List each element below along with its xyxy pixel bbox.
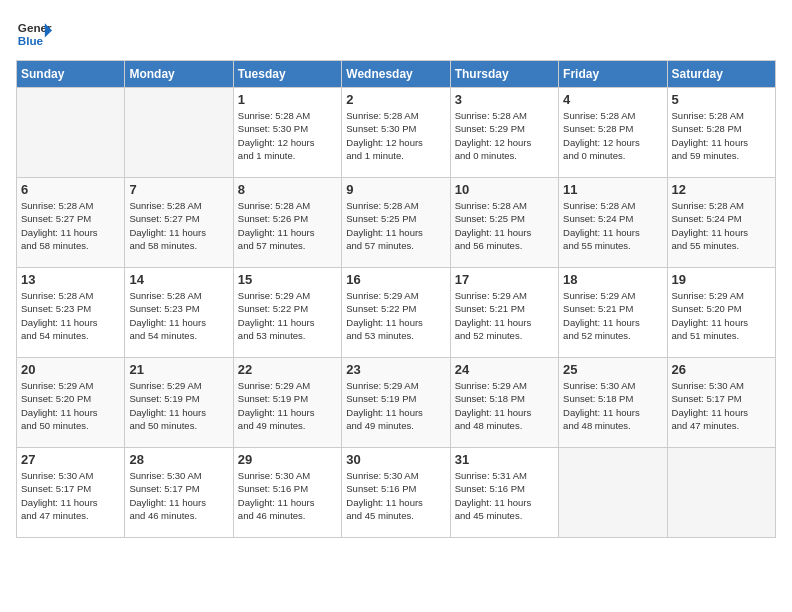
day-number: 10 xyxy=(455,182,554,197)
day-number: 6 xyxy=(21,182,120,197)
calendar-cell: 7Sunrise: 5:28 AM Sunset: 5:27 PM Daylig… xyxy=(125,178,233,268)
day-info: Sunrise: 5:28 AM Sunset: 5:24 PM Dayligh… xyxy=(563,199,662,252)
day-number: 5 xyxy=(672,92,771,107)
day-number: 28 xyxy=(129,452,228,467)
day-number: 11 xyxy=(563,182,662,197)
column-header-wednesday: Wednesday xyxy=(342,61,450,88)
column-header-sunday: Sunday xyxy=(17,61,125,88)
day-number: 1 xyxy=(238,92,337,107)
day-number: 15 xyxy=(238,272,337,287)
calendar-cell: 9Sunrise: 5:28 AM Sunset: 5:25 PM Daylig… xyxy=(342,178,450,268)
day-info: Sunrise: 5:30 AM Sunset: 5:16 PM Dayligh… xyxy=(346,469,445,522)
day-info: Sunrise: 5:29 AM Sunset: 5:22 PM Dayligh… xyxy=(346,289,445,342)
day-number: 30 xyxy=(346,452,445,467)
day-number: 18 xyxy=(563,272,662,287)
day-number: 24 xyxy=(455,362,554,377)
logo: General Blue xyxy=(16,16,52,52)
calendar-cell: 14Sunrise: 5:28 AM Sunset: 5:23 PM Dayli… xyxy=(125,268,233,358)
calendar-cell: 29Sunrise: 5:30 AM Sunset: 5:16 PM Dayli… xyxy=(233,448,341,538)
day-info: Sunrise: 5:29 AM Sunset: 5:22 PM Dayligh… xyxy=(238,289,337,342)
calendar-cell: 24Sunrise: 5:29 AM Sunset: 5:18 PM Dayli… xyxy=(450,358,558,448)
day-info: Sunrise: 5:28 AM Sunset: 5:23 PM Dayligh… xyxy=(21,289,120,342)
day-number: 8 xyxy=(238,182,337,197)
calendar-cell: 12Sunrise: 5:28 AM Sunset: 5:24 PM Dayli… xyxy=(667,178,775,268)
calendar-cell: 6Sunrise: 5:28 AM Sunset: 5:27 PM Daylig… xyxy=(17,178,125,268)
day-info: Sunrise: 5:28 AM Sunset: 5:27 PM Dayligh… xyxy=(129,199,228,252)
day-info: Sunrise: 5:28 AM Sunset: 5:28 PM Dayligh… xyxy=(563,109,662,162)
day-number: 2 xyxy=(346,92,445,107)
day-number: 9 xyxy=(346,182,445,197)
day-info: Sunrise: 5:30 AM Sunset: 5:18 PM Dayligh… xyxy=(563,379,662,432)
day-info: Sunrise: 5:28 AM Sunset: 5:24 PM Dayligh… xyxy=(672,199,771,252)
calendar-week-3: 13Sunrise: 5:28 AM Sunset: 5:23 PM Dayli… xyxy=(17,268,776,358)
calendar-cell: 28Sunrise: 5:30 AM Sunset: 5:17 PM Dayli… xyxy=(125,448,233,538)
day-number: 13 xyxy=(21,272,120,287)
day-number: 16 xyxy=(346,272,445,287)
calendar-cell: 26Sunrise: 5:30 AM Sunset: 5:17 PM Dayli… xyxy=(667,358,775,448)
calendar-table: SundayMondayTuesdayWednesdayThursdayFrid… xyxy=(16,60,776,538)
day-number: 14 xyxy=(129,272,228,287)
day-info: Sunrise: 5:30 AM Sunset: 5:17 PM Dayligh… xyxy=(672,379,771,432)
day-number: 4 xyxy=(563,92,662,107)
column-header-tuesday: Tuesday xyxy=(233,61,341,88)
calendar-cell: 13Sunrise: 5:28 AM Sunset: 5:23 PM Dayli… xyxy=(17,268,125,358)
calendar-week-4: 20Sunrise: 5:29 AM Sunset: 5:20 PM Dayli… xyxy=(17,358,776,448)
calendar-cell: 5Sunrise: 5:28 AM Sunset: 5:28 PM Daylig… xyxy=(667,88,775,178)
day-number: 26 xyxy=(672,362,771,377)
day-number: 27 xyxy=(21,452,120,467)
calendar-cell: 23Sunrise: 5:29 AM Sunset: 5:19 PM Dayli… xyxy=(342,358,450,448)
svg-text:Blue: Blue xyxy=(18,34,44,47)
day-info: Sunrise: 5:31 AM Sunset: 5:16 PM Dayligh… xyxy=(455,469,554,522)
day-info: Sunrise: 5:29 AM Sunset: 5:20 PM Dayligh… xyxy=(672,289,771,342)
calendar-cell xyxy=(667,448,775,538)
day-number: 29 xyxy=(238,452,337,467)
day-number: 25 xyxy=(563,362,662,377)
day-number: 23 xyxy=(346,362,445,377)
day-number: 21 xyxy=(129,362,228,377)
calendar-cell: 15Sunrise: 5:29 AM Sunset: 5:22 PM Dayli… xyxy=(233,268,341,358)
calendar-cell: 1Sunrise: 5:28 AM Sunset: 5:30 PM Daylig… xyxy=(233,88,341,178)
day-number: 12 xyxy=(672,182,771,197)
column-header-friday: Friday xyxy=(559,61,667,88)
day-info: Sunrise: 5:28 AM Sunset: 5:25 PM Dayligh… xyxy=(455,199,554,252)
calendar-cell: 30Sunrise: 5:30 AM Sunset: 5:16 PM Dayli… xyxy=(342,448,450,538)
calendar-cell: 2Sunrise: 5:28 AM Sunset: 5:30 PM Daylig… xyxy=(342,88,450,178)
day-number: 20 xyxy=(21,362,120,377)
calendar-week-2: 6Sunrise: 5:28 AM Sunset: 5:27 PM Daylig… xyxy=(17,178,776,268)
day-number: 19 xyxy=(672,272,771,287)
day-info: Sunrise: 5:28 AM Sunset: 5:28 PM Dayligh… xyxy=(672,109,771,162)
day-info: Sunrise: 5:29 AM Sunset: 5:20 PM Dayligh… xyxy=(21,379,120,432)
logo-icon: General Blue xyxy=(16,16,52,52)
calendar-cell: 20Sunrise: 5:29 AM Sunset: 5:20 PM Dayli… xyxy=(17,358,125,448)
day-info: Sunrise: 5:28 AM Sunset: 5:29 PM Dayligh… xyxy=(455,109,554,162)
calendar-cell: 27Sunrise: 5:30 AM Sunset: 5:17 PM Dayli… xyxy=(17,448,125,538)
calendar-cell: 25Sunrise: 5:30 AM Sunset: 5:18 PM Dayli… xyxy=(559,358,667,448)
calendar-cell: 19Sunrise: 5:29 AM Sunset: 5:20 PM Dayli… xyxy=(667,268,775,358)
calendar-header-row: SundayMondayTuesdayWednesdayThursdayFrid… xyxy=(17,61,776,88)
calendar-cell: 21Sunrise: 5:29 AM Sunset: 5:19 PM Dayli… xyxy=(125,358,233,448)
calendar-cell: 18Sunrise: 5:29 AM Sunset: 5:21 PM Dayli… xyxy=(559,268,667,358)
calendar-cell: 17Sunrise: 5:29 AM Sunset: 5:21 PM Dayli… xyxy=(450,268,558,358)
calendar-cell xyxy=(559,448,667,538)
calendar-cell: 22Sunrise: 5:29 AM Sunset: 5:19 PM Dayli… xyxy=(233,358,341,448)
calendar-week-1: 1Sunrise: 5:28 AM Sunset: 5:30 PM Daylig… xyxy=(17,88,776,178)
calendar-cell: 11Sunrise: 5:28 AM Sunset: 5:24 PM Dayli… xyxy=(559,178,667,268)
day-number: 17 xyxy=(455,272,554,287)
day-number: 3 xyxy=(455,92,554,107)
day-info: Sunrise: 5:28 AM Sunset: 5:27 PM Dayligh… xyxy=(21,199,120,252)
day-info: Sunrise: 5:29 AM Sunset: 5:19 PM Dayligh… xyxy=(346,379,445,432)
calendar-cell xyxy=(17,88,125,178)
day-info: Sunrise: 5:28 AM Sunset: 5:25 PM Dayligh… xyxy=(346,199,445,252)
calendar-cell: 3Sunrise: 5:28 AM Sunset: 5:29 PM Daylig… xyxy=(450,88,558,178)
day-info: Sunrise: 5:28 AM Sunset: 5:26 PM Dayligh… xyxy=(238,199,337,252)
calendar-cell: 4Sunrise: 5:28 AM Sunset: 5:28 PM Daylig… xyxy=(559,88,667,178)
column-header-monday: Monday xyxy=(125,61,233,88)
day-info: Sunrise: 5:28 AM Sunset: 5:23 PM Dayligh… xyxy=(129,289,228,342)
day-number: 31 xyxy=(455,452,554,467)
day-info: Sunrise: 5:30 AM Sunset: 5:17 PM Dayligh… xyxy=(21,469,120,522)
day-info: Sunrise: 5:29 AM Sunset: 5:18 PM Dayligh… xyxy=(455,379,554,432)
day-info: Sunrise: 5:29 AM Sunset: 5:21 PM Dayligh… xyxy=(563,289,662,342)
day-info: Sunrise: 5:30 AM Sunset: 5:16 PM Dayligh… xyxy=(238,469,337,522)
day-info: Sunrise: 5:29 AM Sunset: 5:19 PM Dayligh… xyxy=(129,379,228,432)
calendar-cell: 10Sunrise: 5:28 AM Sunset: 5:25 PM Dayli… xyxy=(450,178,558,268)
